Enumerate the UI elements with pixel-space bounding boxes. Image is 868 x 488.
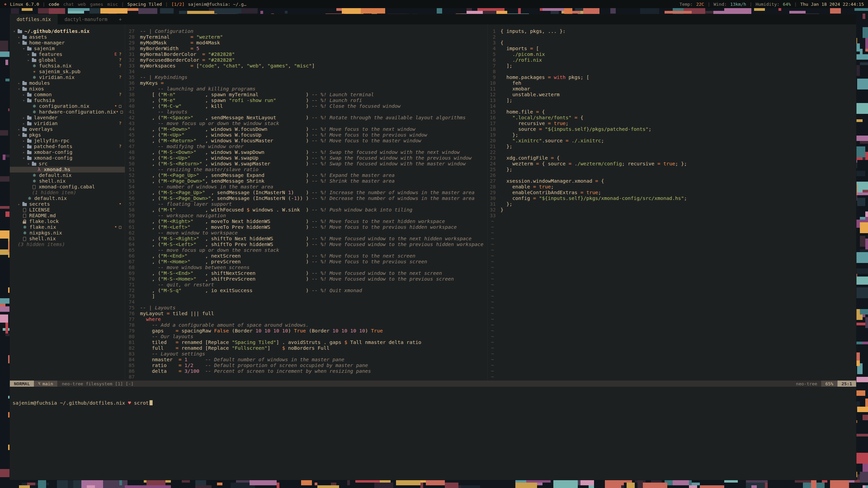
line-number: 36	[125, 80, 140, 86]
code-text: };	[500, 167, 512, 172]
tree-item-label: shell.nix	[29, 236, 56, 242]
filler-line: ~	[488, 317, 856, 322]
tree-item-home-manager[interactable]: ▾home-manager	[10, 40, 125, 46]
tree-item-jellyfin-rpc[interactable]: ▸jellyfin-rpc	[10, 138, 125, 144]
tree-item-xmobar-config[interactable]: ▸xmobar-config	[10, 149, 125, 155]
tree-item-viridian.nix[interactable]: ❄viridian.nix?	[10, 75, 125, 80]
cursor-position: 25:1	[837, 381, 856, 387]
line-number: 8	[488, 69, 500, 75]
line-number: 84	[125, 357, 140, 363]
code-text: };	[500, 201, 512, 207]
tree-item-README.md[interactable]: README.md	[10, 213, 125, 219]
tree-item-secrets[interactable]: ▸secrets•	[10, 201, 125, 207]
workspace-code[interactable]: code	[48, 2, 59, 7]
tree-item-label: assets	[29, 34, 47, 40]
tree-item-shell.nix[interactable]: ❄shell.nix	[10, 178, 125, 184]
terminal-scrollback[interactable]: sajenim@fuchsia ~/.github/dotfiles.nix ♥…	[10, 387, 856, 480]
code-line: 40 , ("M-C-w" , kill ) -- %! Close the f…	[125, 103, 487, 109]
tree-item-nixos[interactable]: ▾nixos	[10, 86, 125, 92]
code-line: 58 , ("M-t" , withFocused $ windows . W.…	[125, 207, 487, 213]
code-line: 61 , ("M-<Left>" , moveTo Prev hiddenWS …	[125, 224, 487, 230]
line-number: 29	[488, 190, 500, 196]
line-number: 86	[125, 368, 140, 374]
code-line: 76myLayout = tiled ||| full	[125, 311, 487, 317]
tree-item-default.nix[interactable]: ❄default.nix	[10, 196, 125, 201]
xmobar: ❖ Linux 6.7.0 | codechatwebgamesmisc | S…	[0, 0, 868, 8]
tree-item-src[interactable]: ▾src	[10, 161, 125, 167]
code-line: 84 nmaster = 1 -- Default number of wind…	[125, 357, 487, 363]
editor-buffer-xmonad-hs[interactable]: 27-- | Configuration28myTerminal = "wezt…	[125, 24, 487, 381]
statusline-spacer	[138, 381, 792, 387]
tree-item--3-hidden-items-[interactable]: (3 hidden items)	[10, 242, 125, 247]
tree-item-hardware-configuration.nix[interactable]: ❄hardware-configuration.nix•□	[10, 109, 125, 115]
tree-item-assets[interactable]: ▸assets	[10, 34, 125, 40]
file-icon	[33, 185, 36, 189]
code-line: 26	[488, 172, 856, 178]
tree-item-shell.nix[interactable]: shell.nix	[10, 236, 125, 242]
tab-dotfiles.nix[interactable]: dotfiles.nix	[10, 14, 58, 24]
code-line: 3{	[488, 40, 856, 46]
code-line: 79 gaps = spacingRaw False (Border 10 10…	[125, 328, 487, 334]
tree-item-label: default.nix	[34, 196, 67, 201]
tree-item-label: xmonad-config.cabal	[39, 184, 95, 190]
editor-buffer-nix[interactable]: 1{ inputs, pkgs, ... }:23{4 imports = [5…	[487, 24, 856, 381]
tree-item-lavender[interactable]: ▸lavender	[10, 115, 125, 121]
tree-item-label: overlays	[29, 126, 53, 132]
tree-item-modules[interactable]: ▸modules	[10, 80, 125, 86]
tree-item-label: src	[39, 161, 47, 167]
tree-item-global[interactable]: ▸global?	[10, 57, 125, 63]
line-number: 51	[125, 167, 140, 172]
tree-item-flake.lock[interactable]: flake.lock	[10, 219, 125, 224]
tree-item-xmonad-config[interactable]: ▾xmonad-config	[10, 155, 125, 161]
code-line: 8	[488, 69, 856, 75]
line-number: 64	[125, 242, 140, 247]
humidity-label: Humidity:	[755, 2, 779, 7]
neotree-panel[interactable]: ▾~/.github/dotfiles.nix▸assets▾home-mana…	[10, 24, 125, 381]
folder-icon	[27, 122, 32, 125]
tree-item-default.nix[interactable]: ❄default.nix	[10, 172, 125, 178]
tree-item-common[interactable]: ▸common?	[10, 92, 125, 98]
folder-icon	[18, 30, 22, 33]
tree-item-viridian[interactable]: ▸viridian?	[10, 121, 125, 126]
code-line: 74	[125, 299, 487, 305]
tree-item-sajenim_sk.pub[interactable]: ✳sajenim_sk.pub	[10, 69, 125, 75]
tree-item-sajenim[interactable]: ▾sajenim	[10, 46, 125, 52]
tree-item-xmonad.hs[interactable]: λxmonad.hs	[10, 167, 125, 172]
git-status-badges: •□	[115, 224, 125, 230]
workspace-list: codechatwebgamesmisc	[48, 2, 118, 7]
line-number: 3	[488, 40, 500, 46]
tree-item-patched-fonts[interactable]: ▸patched-fonts?	[10, 144, 125, 149]
tree-item--1-hidden-item-[interactable]: (1 hidden item)	[10, 190, 125, 196]
tab-dactyl-manuform[interactable]: dactyl-manuform	[58, 14, 114, 24]
workspace-web[interactable]: web	[78, 2, 86, 7]
workspace-misc[interactable]: misc	[107, 2, 118, 7]
code-line: 10 feh	[488, 80, 856, 86]
code-text: ];	[500, 98, 512, 103]
line-number: 74	[125, 299, 140, 305]
tree-item-LICENSE[interactable]: LICENSE	[10, 207, 125, 213]
line-number: 75	[125, 305, 140, 311]
code-text: xsession.windowManager.xmonad = {	[500, 178, 604, 184]
tree-item-flake.nix[interactable]: ❄flake.nix•□	[10, 224, 125, 230]
new-tab-button[interactable]: +	[114, 14, 126, 24]
filler-line: ~	[488, 293, 856, 299]
tree-item-overlays[interactable]: ▸overlays	[10, 126, 125, 132]
tree-item-pkgs[interactable]: ▾pkgs	[10, 132, 125, 138]
code-line: 24 wezterm = { source = ./wezterm/config…	[488, 161, 856, 167]
tree-item-configuration.nix[interactable]: ❄configuration.nix•□	[10, 103, 125, 109]
code-line: 50 , ("M-S-<Return>" , windows W.swapMas…	[125, 161, 487, 167]
humidity-value: 64%	[783, 2, 791, 7]
tree-item-nixpkgs.nix[interactable]: ❄nixpkgs.nix	[10, 230, 125, 236]
tree-item-xmonad-config.cabal[interactable]: xmonad-config.cabal	[10, 184, 125, 190]
tree-item-label: nixos	[29, 86, 44, 92]
cwd: ~/.github/dotfiles.nix	[60, 400, 125, 406]
tree-item--.github-dotfiles.nix[interactable]: ▾~/.github/dotfiles.nix	[10, 28, 125, 34]
tree-item-fuchsia[interactable]: ▾fuchsia	[10, 98, 125, 103]
workspace-games[interactable]: games	[90, 2, 103, 7]
workspace-chat[interactable]: chat	[63, 2, 74, 7]
kernel-version: Linux 6.7.0	[10, 2, 39, 7]
tree-item-label: viridian	[34, 121, 58, 126]
tree-item-fuchsia.nix[interactable]: ❄fuchsia.nix?	[10, 63, 125, 69]
tree-item-features[interactable]: ▸featuresE?	[10, 52, 125, 57]
line-number: 46	[125, 138, 140, 144]
